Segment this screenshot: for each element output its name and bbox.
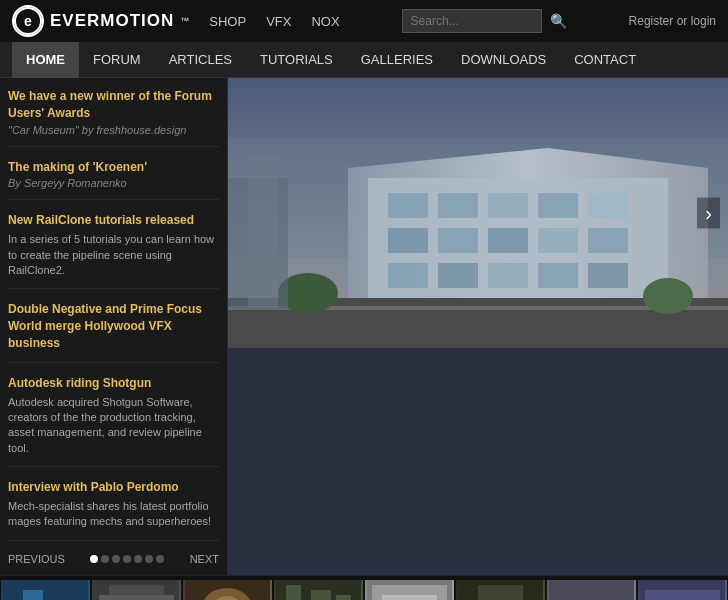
content-area: We have a new winner of the Forum Users'… [0,78,728,575]
news-item-5: Autodesk riding Shotgun Autodesk acquire… [8,375,219,467]
svg-rect-6 [388,193,428,218]
thumb-4[interactable]: vladimirhomza [273,580,364,600]
svg-rect-39 [311,590,331,600]
svg-rect-17 [438,263,478,288]
nav-articles[interactable]: ARTICLES [155,42,246,78]
thumb-img-8 [638,580,727,600]
thumb-img-6 [456,580,545,600]
news-title-6[interactable]: Interview with Pablo Perdomo [8,479,219,496]
sidebar: We have a new winner of the Forum Users'… [0,78,228,575]
svg-rect-18 [488,263,528,288]
news-sub-2: By Sergeyy Romanenko [8,177,219,189]
search-icon[interactable]: 🔍 [550,13,567,29]
svg-rect-13 [488,228,528,253]
thumb-img-1 [1,580,90,600]
main-navigation: HOME FORUM ARTICLES TUTORIALS GALLERIES … [0,42,728,78]
svg-rect-20 [588,263,628,288]
thumb-2[interactable]: U6 Studio [91,580,182,600]
hero-next-button[interactable]: › [697,198,720,229]
top-nav-shop[interactable]: SHOP [209,14,246,29]
search-area: 🔍 [402,9,567,33]
top-nav-nox[interactable]: NOX [311,14,339,29]
svg-rect-26 [248,158,278,308]
nav-galleries[interactable]: GALLERIES [347,42,447,78]
top-nav-vfx[interactable]: VFX [266,14,291,29]
thumb-3[interactable]: mikutzu2006 [182,580,273,600]
svg-rect-32 [109,585,164,600]
dot-2[interactable] [101,555,109,563]
hero-area: › [228,78,728,575]
thumb-img-3 [183,580,272,600]
news-title-1[interactable]: We have a new winner of the Forum Users'… [8,88,219,122]
svg-rect-10 [588,193,628,218]
top-bar: e EVERMOTION™ SHOP VFX NOX 🔍 Register or… [0,0,728,42]
thumb-6[interactable]: kim jungin [455,580,546,600]
search-input[interactable] [402,9,542,33]
next-button[interactable]: NEXT [190,553,219,565]
svg-text:e: e [24,13,32,29]
news-desc-5: Autodesk acquired Shotgun Software, crea… [8,395,219,457]
news-item-3: New RailClone tutorials released In a se… [8,212,219,289]
news-desc-3: In a series of 5 tutorials you can learn… [8,232,219,278]
svg-rect-38 [286,585,301,600]
thumb-8[interactable]: freshhouse.design [637,580,728,600]
thumb-img-5 [365,580,454,600]
brand-name: EVERMOTION [50,11,174,31]
thumb-7[interactable]: Bertrando [546,580,637,600]
news-title-4[interactable]: Double Negative and Prime Focus World me… [8,301,219,351]
prev-button[interactable]: PREVIOUS [8,553,65,565]
svg-rect-8 [488,193,528,218]
news-title-2[interactable]: The making of 'Kroenen' [8,159,219,176]
logo-area[interactable]: e EVERMOTION™ [12,5,189,37]
news-item-6: Interview with Pablo Perdomo Mech-specia… [8,479,219,541]
dot-3[interactable] [112,555,120,563]
top-navigation: SHOP VFX NOX [209,14,339,29]
dot-6[interactable] [145,555,153,563]
svg-rect-19 [538,263,578,288]
thumb-img-2 [92,580,181,600]
svg-rect-14 [538,228,578,253]
svg-rect-16 [388,263,428,288]
nav-contact[interactable]: CONTACT [560,42,650,78]
svg-rect-50 [645,590,720,600]
svg-point-24 [643,278,693,314]
news-item-4: Double Negative and Prime Focus World me… [8,301,219,362]
thumb-img-4 [274,580,363,600]
thumb-5[interactable]: Jure Smuk [364,580,455,600]
svg-rect-29 [23,590,43,600]
register-login-link[interactable]: Register or login [629,14,716,28]
svg-rect-43 [382,595,437,600]
dot-1[interactable] [90,555,98,563]
thumb-img-7 [547,580,636,600]
svg-rect-47 [478,585,523,600]
svg-rect-7 [438,193,478,218]
svg-rect-40 [336,595,351,600]
dots-indicator [90,555,164,563]
dot-4[interactable] [123,555,131,563]
slideshow-controls: PREVIOUS NEXT [8,553,219,565]
news-title-5[interactable]: Autodesk riding Shotgun [8,375,219,392]
nav-forum[interactable]: FORUM [79,42,155,78]
svg-rect-27 [3,580,88,600]
nav-downloads[interactable]: DOWNLOADS [447,42,560,78]
news-item-2: The making of 'Kroenen' By Sergeyy Roman… [8,159,219,201]
news-item-1: We have a new winner of the Forum Users'… [8,88,219,147]
svg-rect-12 [438,228,478,253]
news-sub-1: "Car Museum" by freshhouse.design [8,124,219,136]
hero-image: › [228,78,728,348]
thumbnails-row: mvstudio U6 Studio mikutzu2006 [0,575,728,600]
nav-home[interactable]: HOME [12,42,79,78]
svg-rect-9 [538,193,578,218]
trademark: ™ [180,16,189,26]
news-title-3[interactable]: New RailClone tutorials released [8,212,219,229]
svg-rect-11 [388,228,428,253]
svg-rect-48 [549,580,634,600]
svg-rect-15 [588,228,628,253]
nav-tutorials[interactable]: TUTORIALS [246,42,347,78]
logo-icon: e [12,5,44,37]
dot-5[interactable] [134,555,142,563]
thumb-1[interactable]: mvstudio [0,580,91,600]
dot-7[interactable] [156,555,164,563]
news-desc-6: Mech-specialist shares his latest portfo… [8,499,219,530]
